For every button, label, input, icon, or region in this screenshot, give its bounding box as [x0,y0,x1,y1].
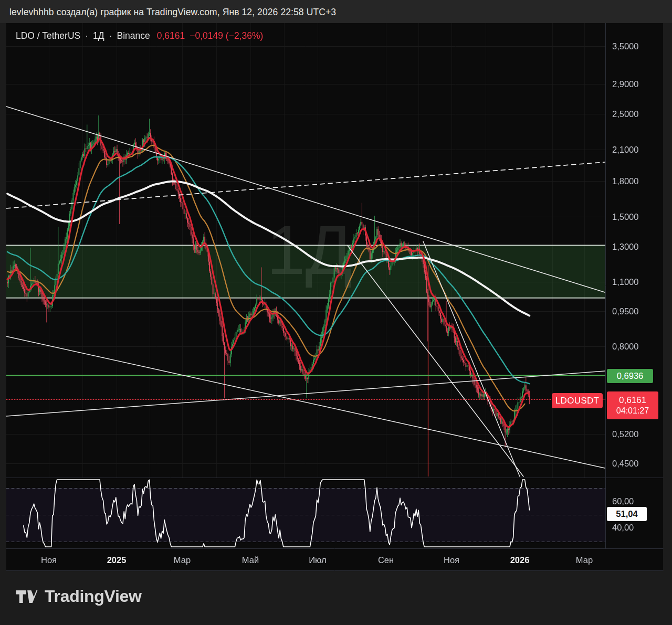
symbol-flag-text: LDOUSDT [555,396,599,406]
support-price-label: 0,6936 [607,369,653,383]
snapshot-title-bar: levlevhhhb создал(а) график на TradingVi… [0,0,672,23]
creator-credit: levlevhhhb создал(а) график на TradingVi… [9,0,336,24]
symbol-info-row: LDO / TetherUS · 1Д · Binance 0,6161 −0,… [16,30,263,41]
rsi-current-label: 51,04 [607,507,647,521]
price-chart-canvas[interactable] [0,0,672,625]
last-price-label: 0,6161 04:01:27 [607,391,658,419]
price-axis-label: 2,1000 [612,144,638,155]
price-axis-label: 1,1000 [612,277,638,287]
price-axis-label: 2,5000 [612,109,638,119]
time-axis-label: Сен [378,554,394,566]
rsi-current-value: 51,04 [616,509,637,519]
time-axis-label: Мар [174,554,191,566]
rsi-axis-label: 60,00 [612,496,634,506]
price-axis-label: 1,3000 [612,241,638,252]
symbol-name: LDO / TetherUS [16,30,80,41]
time-axis-label: Июл [309,554,327,566]
last-price-value: 0,6161 [619,395,646,406]
bar-countdown: 04:01:27 [616,406,649,416]
time-axis-label: Ноя [41,554,57,566]
time-axis-label: 2025 [107,554,127,566]
exchange-label: Binance [117,30,150,41]
price-axis-label: 1,5000 [612,211,638,222]
time-axis-label: 2026 [510,554,530,566]
symbol-price-flag: LDOUSDT [552,393,603,408]
price-axis-label: 0,4500 [612,458,638,469]
time-axis-label: Мар [576,554,593,566]
price-axis-label: 3,5000 [612,41,638,51]
price-axis-label: 1,8000 [612,176,638,186]
tradingview-snapshot: levlevhhhb создал(а) график на TradingVi… [0,0,672,625]
tradingview-logo-icon [16,587,38,606]
tradingview-footer-logo[interactable]: TradingView [16,587,142,606]
price-change: −0,0149 (−2,36%) [190,30,263,41]
price-axis-label: 2,9000 [612,79,638,89]
tradingview-logo-text: TradingView [45,587,142,606]
price-axis-label: 0,9500 [612,306,638,316]
rsi-axis-label: 40,00 [612,522,634,533]
separator-dot: · [109,30,112,41]
interval-label: 1Д [93,30,104,41]
price-axis-label: 0,5200 [612,429,638,439]
time-axis-label: Май [242,554,259,566]
time-axis-label: Ноя [444,554,459,566]
last-price: 0,6161 [157,30,185,41]
support-price-value: 0,6936 [617,371,643,381]
separator-dot: · [85,30,88,41]
price-axis-label: 0,8000 [612,341,638,352]
